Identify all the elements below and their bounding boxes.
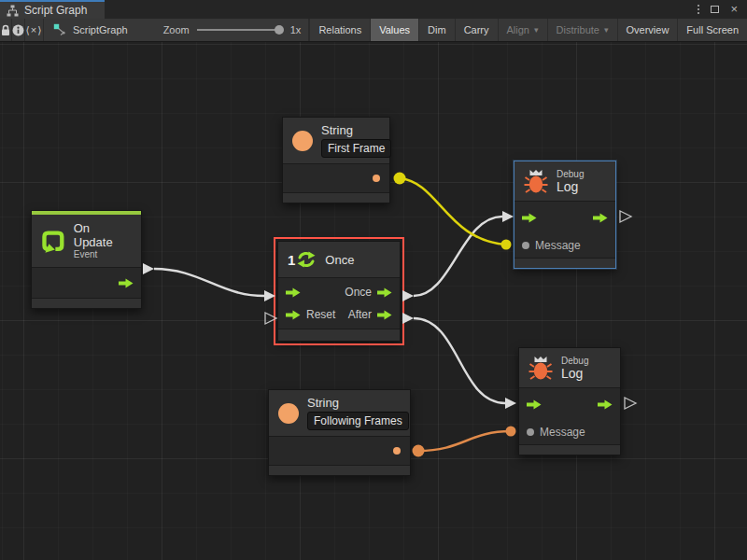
lock-icon	[0, 24, 11, 36]
zoom-control: Zoom 1x	[137, 19, 310, 41]
node-footer	[519, 445, 620, 455]
output-flow-port-once[interactable]	[377, 287, 392, 298]
chevron-down-icon: ▾	[604, 25, 609, 35]
node-header: String Following Frames	[269, 390, 410, 437]
output-flow-port[interactable]	[593, 213, 608, 223]
wire-once-after-to-debug-bottom[interactable]	[402, 313, 516, 409]
zoom-slider[interactable]	[197, 29, 283, 31]
graph-breadcrumb[interactable]: ScriptGraph	[44, 19, 137, 41]
node-header: Debug Log	[514, 161, 615, 202]
port-label-message: Message	[540, 426, 585, 439]
once-counter: 1	[288, 252, 295, 268]
on-update-loop-icon	[41, 229, 65, 253]
values-button[interactable]: Values	[371, 19, 419, 41]
node-title: String	[307, 396, 409, 410]
wire-string-to-debug-bottom[interactable]	[413, 427, 516, 457]
port-label-message: Message	[535, 239, 581, 252]
zoom-label: Zoom	[163, 24, 190, 35]
node-on-update[interactable]: On Update Event	[31, 210, 142, 309]
lock-button[interactable]	[0, 19, 12, 41]
node-title: String	[321, 123, 391, 137]
overview-button[interactable]: Overview	[618, 19, 679, 41]
node-header: Debug Log	[519, 348, 620, 388]
info-icon	[12, 24, 24, 36]
port-label-reset: Reset	[306, 308, 335, 321]
node-kind: Debug	[557, 169, 584, 180]
wire-string-to-debug-top[interactable]	[394, 173, 512, 250]
menu-icon[interactable]	[698, 5, 699, 14]
align-button[interactable]: Align ▾	[499, 19, 548, 41]
chevron-down-icon: ▾	[534, 25, 539, 35]
code-view-toggle[interactable]: ⟨×⟩	[25, 19, 44, 41]
title-bar: Script Graph ×	[0, 0, 747, 19]
graph-toolbar: ⟨×⟩ ScriptGraph Zoom 1x Relations Values…	[0, 19, 747, 42]
string-output-port[interactable]	[393, 447, 401, 455]
graph-hierarchy-icon	[7, 5, 19, 17]
node-footer	[32, 299, 141, 308]
tab-script-graph[interactable]: Script Graph	[0, 0, 105, 19]
wire-on-update-to-once[interactable]	[143, 263, 275, 301]
input-flow-port-reset[interactable]	[286, 310, 301, 320]
unconnected-output-marker[interactable]	[625, 398, 636, 409]
bug-icon	[524, 168, 548, 194]
string-value-field[interactable]: First Frame	[321, 139, 391, 158]
bug-icon	[529, 355, 553, 381]
graph-name: ScriptGraph	[73, 24, 128, 35]
node-footer	[514, 259, 615, 268]
node-subtitle: Event	[74, 249, 132, 260]
graph-canvas[interactable]: On Update Event String First Frame	[0, 42, 747, 560]
zoom-value: 1x	[290, 24, 302, 35]
unconnected-output-marker[interactable]	[620, 211, 631, 222]
info-button[interactable]	[12, 19, 25, 41]
node-title: Log	[561, 367, 588, 381]
message-input-port[interactable]	[522, 242, 529, 249]
once-cycle-icon	[296, 249, 317, 270]
string-type-icon	[292, 131, 313, 151]
input-flow-port[interactable]	[522, 213, 537, 223]
node-string-first-frame[interactable]: String First Frame	[282, 117, 390, 203]
dim-button[interactable]: Dim	[419, 19, 456, 41]
fullscreen-button[interactable]: Full Screen	[678, 19, 747, 41]
node-footer	[278, 329, 400, 341]
string-type-icon	[278, 403, 299, 424]
close-icon[interactable]: ×	[730, 5, 738, 14]
node-header: String First Frame	[283, 118, 389, 164]
input-flow-port[interactable]	[527, 399, 542, 410]
node-once[interactable]: 1 Once Once	[277, 241, 401, 342]
node-kind: Debug	[561, 356, 588, 367]
tab-title: Script Graph	[24, 4, 87, 17]
input-flow-port[interactable]	[286, 287, 301, 298]
node-footer	[269, 466, 410, 475]
string-output-port[interactable]	[373, 175, 380, 182]
relations-button[interactable]: Relations	[309, 19, 371, 41]
window-controls: ×	[698, 0, 747, 19]
unconnected-input-marker[interactable]	[265, 313, 276, 324]
node-header: On Update Event	[32, 215, 141, 268]
output-flow-port-after[interactable]	[377, 310, 392, 320]
script-graph-icon	[53, 23, 66, 36]
zoom-slider-knob[interactable]	[275, 25, 284, 35]
output-flow-port[interactable]	[119, 278, 134, 288]
carry-button[interactable]: Carry	[456, 19, 499, 41]
node-debug-log-bottom[interactable]: Debug Log Message	[518, 347, 621, 455]
output-flow-port[interactable]	[598, 399, 613, 410]
node-footer	[283, 193, 389, 203]
port-label-after: After	[348, 308, 372, 321]
wire-once-to-debug-top[interactable]	[402, 211, 514, 301]
node-string-following-frames[interactable]: String Following Frames	[268, 389, 411, 476]
message-input-port[interactable]	[527, 428, 534, 436]
node-title: Once	[325, 253, 354, 267]
node-title: On Update	[74, 221, 132, 249]
distribute-button[interactable]: Distribute ▾	[548, 19, 618, 41]
node-debug-log-top[interactable]: Debug Log Message	[514, 161, 616, 269]
string-value-field[interactable]: Following Frames	[307, 412, 409, 430]
port-label-once: Once	[345, 286, 372, 299]
node-header: 1 Once	[278, 242, 400, 278]
toolbar-buttons: Relations Values Dim Carry Align ▾ Distr…	[309, 19, 747, 41]
node-title: Log	[557, 180, 584, 194]
maximize-icon[interactable]	[711, 6, 719, 13]
